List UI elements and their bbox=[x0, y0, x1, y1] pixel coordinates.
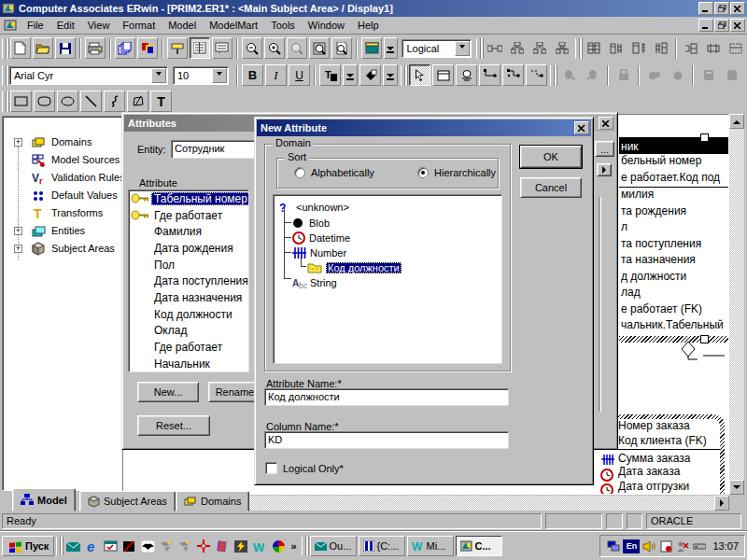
text-tool-button[interactable]: T bbox=[150, 91, 172, 112]
domain-tree-item-blob[interactable]: Blob bbox=[292, 216, 330, 231]
ellipse-tool-button[interactable] bbox=[57, 91, 78, 112]
mdi-minimize-button[interactable] bbox=[698, 19, 713, 32]
taskbar-button-word[interactable]: W Mi... bbox=[407, 536, 454, 556]
domain-tree-item-datetime[interactable]: Datetime bbox=[292, 231, 350, 245]
menu-tools[interactable]: Tools bbox=[264, 18, 302, 33]
reset-attribute-button[interactable]: Reset... bbox=[137, 415, 210, 436]
tab-subject-areas[interactable]: Subject Areas bbox=[79, 491, 176, 511]
tree-item-transforms[interactable]: T Transforms bbox=[3, 204, 121, 222]
quicklaunch-chevron[interactable]: » bbox=[290, 540, 296, 552]
bold-button[interactable]: B bbox=[242, 64, 263, 86]
line-tool-button[interactable] bbox=[80, 91, 102, 112]
relationship-tool-icon[interactable] bbox=[485, 37, 505, 59]
domain-tree-item-unknown[interactable]: ? <unknown> bbox=[277, 200, 349, 215]
tree-item-subject-areas[interactable]: + Subject Areas bbox=[3, 240, 121, 258]
entity-next-button[interactable] bbox=[597, 163, 612, 176]
tree-item-entities[interactable]: + Entities bbox=[3, 222, 121, 240]
rounded-rectangle-tool-button[interactable] bbox=[34, 91, 55, 112]
combo-dropdown-icon[interactable] bbox=[455, 41, 470, 56]
new-document-button[interactable] bbox=[10, 37, 31, 59]
office-quicklaunch-icon[interactable] bbox=[270, 538, 287, 554]
select-tool-button[interactable] bbox=[409, 64, 430, 86]
close-icon[interactable] bbox=[574, 121, 589, 134]
scheduler-tray-icon[interactable] bbox=[658, 539, 673, 553]
open-file-button[interactable] bbox=[33, 37, 53, 59]
offline-users-tray-icon[interactable] bbox=[675, 539, 690, 553]
mdi-restore-button[interactable] bbox=[714, 19, 729, 32]
new-attribute-button[interactable]: New... bbox=[137, 382, 199, 402]
logical-physical-combobox[interactable]: Logical bbox=[402, 39, 472, 58]
migrate-icon-1[interactable] bbox=[681, 37, 701, 59]
column-name-input[interactable]: KD bbox=[264, 431, 509, 449]
non-identifying-relationship-tool-button[interactable] bbox=[526, 64, 547, 86]
entity-resize-handle[interactable] bbox=[700, 133, 709, 142]
tab-domains[interactable]: Domains bbox=[176, 491, 249, 511]
taskbar-button-console[interactable]: {C:... bbox=[359, 536, 405, 556]
mute-quicklaunch-icon[interactable] bbox=[120, 538, 137, 554]
fill-color-button[interactable] bbox=[359, 64, 381, 86]
category-tool-button[interactable] bbox=[456, 64, 477, 86]
modem-tray-icon[interactable] bbox=[692, 539, 707, 553]
attribute-list-item[interactable]: Табельный номер bbox=[129, 190, 248, 207]
zoom-percent-button[interactable] bbox=[287, 37, 307, 59]
scroll-down-button[interactable] bbox=[729, 480, 744, 495]
attribute-list-item[interactable]: Дата поступления bbox=[129, 273, 248, 289]
font-color-dropdown-button[interactable] bbox=[343, 64, 358, 86]
outlook-quicklaunch-icon[interactable] bbox=[64, 538, 81, 554]
close-icon[interactable] bbox=[599, 117, 613, 130]
domain-tree-item-string[interactable]: Abc String bbox=[292, 275, 337, 290]
book-quicklaunch-icon[interactable] bbox=[214, 538, 231, 554]
attribute-display-button[interactable] bbox=[190, 37, 210, 59]
scroll-right-button[interactable] bbox=[714, 496, 729, 511]
menu-view[interactable]: View bbox=[81, 18, 117, 33]
identifying-relationship-icon[interactable] bbox=[507, 37, 528, 59]
menu-model[interactable]: Model bbox=[162, 18, 203, 33]
domain-tree-item-kod-dolzhnosti[interactable]: Код должности bbox=[307, 260, 402, 275]
polygon-tool-button[interactable] bbox=[127, 91, 148, 112]
polyline-tool-button[interactable] bbox=[104, 91, 125, 112]
index-icon-4[interactable] bbox=[651, 37, 671, 59]
entity-employee-body[interactable]: бельный номер е работает.Код под милия т… bbox=[619, 154, 729, 335]
zoom-in-button[interactable] bbox=[264, 37, 285, 59]
relationship-connector[interactable] bbox=[680, 341, 729, 361]
italic-button[interactable]: I bbox=[265, 64, 287, 86]
migrate-icon-2[interactable] bbox=[703, 37, 724, 59]
identifying-relationship-tool-button[interactable] bbox=[479, 64, 500, 86]
stored-display-button[interactable] bbox=[137, 37, 158, 59]
non-identifying-relationship-icon[interactable] bbox=[529, 37, 550, 59]
attribute-list-item[interactable]: Где работает bbox=[129, 339, 248, 356]
menu-edit[interactable]: Edit bbox=[50, 18, 81, 33]
expand-icon[interactable]: + bbox=[14, 227, 22, 235]
many-to-many-tool-button[interactable] bbox=[502, 64, 524, 86]
new-attribute-dialog-titlebar[interactable]: New Attribute bbox=[257, 119, 591, 136]
menu-modelmart[interactable]: ModelMart bbox=[203, 18, 264, 33]
internet-explorer-quicklaunch-icon[interactable]: e bbox=[83, 538, 100, 554]
alphabetically-radio[interactable] bbox=[294, 167, 305, 178]
bat-quicklaunch-icon[interactable] bbox=[139, 538, 156, 554]
taskbar-button-outlook[interactable]: Ou... bbox=[310, 536, 357, 556]
tree-item-validation-rules[interactable]: Vr Validation Rules bbox=[3, 169, 121, 187]
zoom-out-button[interactable] bbox=[242, 37, 262, 59]
migrate-icon-3[interactable] bbox=[726, 37, 746, 59]
index-icon-1[interactable] bbox=[584, 37, 604, 59]
attribute-list-item[interactable]: Начальник bbox=[129, 356, 248, 372]
tree-item-domains[interactable]: + Domains bbox=[3, 133, 121, 151]
toolbar-grip[interactable] bbox=[2, 38, 7, 59]
menu-window[interactable]: Window bbox=[302, 18, 351, 33]
copy-diagram-button[interactable] bbox=[115, 37, 135, 59]
attribute-list-item[interactable]: Оклад bbox=[129, 323, 248, 340]
restore-button[interactable] bbox=[714, 2, 729, 15]
horizontal-scrollbar[interactable] bbox=[248, 496, 744, 511]
font-color-button[interactable]: T bbox=[319, 64, 341, 86]
hierarchically-radio[interactable] bbox=[417, 167, 429, 178]
scroll-up-button[interactable] bbox=[729, 114, 744, 129]
attribute-list-item[interactable]: Код должности bbox=[129, 306, 248, 323]
attribute-list-item[interactable]: Пол bbox=[129, 257, 248, 273]
crosshair-quicklaunch-icon[interactable] bbox=[195, 538, 212, 554]
zoom-area-button[interactable] bbox=[309, 37, 330, 59]
volume-tray-icon[interactable] bbox=[641, 539, 656, 553]
vertical-scrollbar[interactable] bbox=[729, 114, 744, 495]
ok-button[interactable]: OK bbox=[520, 146, 582, 168]
font-size-combobox[interactable]: 10 bbox=[173, 66, 229, 85]
tree-item-default-values[interactable]: Default Values bbox=[3, 187, 121, 204]
